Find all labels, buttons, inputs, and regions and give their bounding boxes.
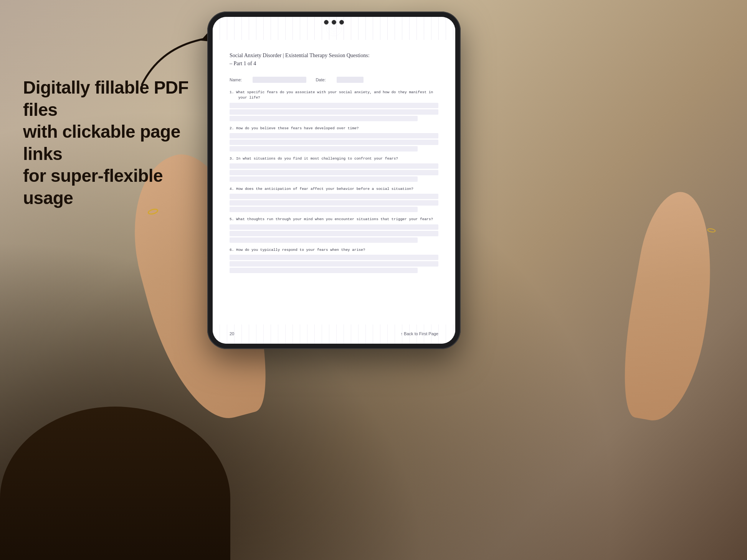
- question-1: 1. What specific fears do you associate …: [230, 90, 438, 121]
- pdf-bottom-decoration: [213, 324, 455, 344]
- question-4: 4. How does the anticipation of fear aff…: [230, 186, 438, 212]
- question-6-answer[interactable]: [230, 255, 438, 273]
- question-1-text: 1. What specific fears do you associate …: [230, 90, 438, 101]
- answer-line[interactable]: [230, 146, 418, 152]
- pdf-name-date-row: Name: Date:: [230, 77, 438, 83]
- answer-line[interactable]: [230, 170, 438, 175]
- question-6: 6. How do you typically respond to your …: [230, 247, 438, 273]
- left-panel-text: Digitally fillable PDF files with clicka…: [23, 77, 192, 209]
- camera-dot-3: [339, 20, 344, 25]
- answer-line[interactable]: [230, 255, 438, 260]
- question-3-answer[interactable]: [230, 163, 438, 182]
- pdf-document: Social Anxiety Disorder | Existential Th…: [213, 17, 455, 344]
- answer-line[interactable]: [230, 133, 438, 138]
- answer-line[interactable]: [230, 200, 438, 206]
- name-label: Name:: [230, 77, 242, 82]
- answer-line[interactable]: [230, 109, 438, 115]
- answer-line[interactable]: [230, 116, 418, 121]
- answer-line[interactable]: [230, 140, 438, 145]
- date-input-field[interactable]: [337, 77, 364, 83]
- tagline-text: Digitally fillable PDF files with clicka…: [23, 77, 192, 209]
- question-2-answer[interactable]: [230, 133, 438, 152]
- answer-line[interactable]: [230, 103, 438, 108]
- question-3: 3. In what situations do you find it mos…: [230, 156, 438, 182]
- question-1-answer[interactable]: [230, 103, 438, 121]
- pdf-title: Social Anxiety Disorder | Existential Th…: [230, 51, 438, 68]
- question-5: 5. What thoughts run through your mind w…: [230, 217, 438, 242]
- tablet-screen: Social Anxiety Disorder | Existential Th…: [213, 17, 455, 344]
- questions-list: 1. What specific fears do you associate …: [230, 90, 438, 278]
- question-4-answer[interactable]: [230, 194, 438, 212]
- answer-line[interactable]: [230, 231, 438, 236]
- answer-line[interactable]: [230, 176, 418, 182]
- answer-line[interactable]: [230, 224, 438, 230]
- camera-bar: [324, 20, 344, 25]
- question-2-text: 2. How do you believe these fears have d…: [230, 126, 438, 131]
- date-label: Date:: [316, 77, 326, 82]
- question-3-text: 3. In what situations do you find it mos…: [230, 156, 438, 161]
- tablet-body: Social Anxiety Disorder | Existential Th…: [207, 12, 461, 349]
- answer-line[interactable]: [230, 261, 438, 267]
- answer-line[interactable]: [230, 237, 418, 243]
- camera-dot-1: [324, 20, 329, 25]
- answer-line[interactable]: [230, 194, 438, 199]
- tablet: Social Anxiety Disorder | Existential Th…: [207, 12, 461, 349]
- question-5-answer[interactable]: [230, 224, 438, 243]
- answer-line[interactable]: [230, 163, 438, 169]
- answer-line[interactable]: [230, 268, 418, 273]
- question-2: 2. How do you believe these fears have d…: [230, 126, 438, 152]
- pdf-header: Social Anxiety Disorder | Existential Th…: [230, 51, 438, 68]
- answer-line[interactable]: [230, 207, 418, 212]
- name-input-field[interactable]: [253, 77, 306, 83]
- question-4-text: 4. How does the anticipation of fear aff…: [230, 186, 438, 192]
- question-5-text: 5. What thoughts run through your mind w…: [230, 217, 438, 222]
- question-6-text: 6. How do you typically respond to your …: [230, 247, 438, 253]
- camera-dot-2: [332, 20, 336, 25]
